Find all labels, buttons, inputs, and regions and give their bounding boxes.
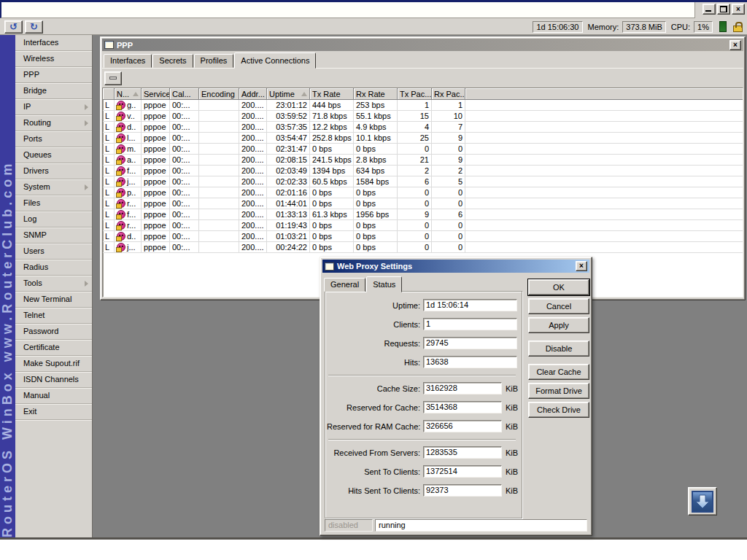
field-value[interactable]: 1283535 [423, 446, 502, 459]
field-value[interactable]: 3162928 [423, 382, 502, 394]
r...[interactable]: L r... pppoe 00:... 200.... 01 [103, 198, 743, 209]
v..[interactable]: L v.. pppoe 00:... 200.... 03: [103, 111, 743, 122]
undo-button[interactable]: ↺ [4, 20, 23, 34]
sidebar-item-password[interactable]: Password [15, 324, 92, 340]
sidebar-item-telnet[interactable]: Telnet [15, 308, 92, 324]
web-proxy-settings-dialog: Web Proxy Settings × GeneralStatus Uptim… [320, 257, 592, 536]
pppoe-user-icon [117, 122, 125, 131]
close-button[interactable]: × [732, 4, 745, 15]
status-running-field: running [375, 519, 587, 532]
memory-display: 373.8 MiB [622, 21, 666, 33]
pppoe-user-icon [117, 232, 125, 241]
window-titlebar[interactable] [0, 2, 695, 18]
l...[interactable]: L l... pppoe 00:... 200.... 03 [103, 133, 743, 144]
cache-group: Cache Size: 3162928 KiB Reserved for Cac… [325, 382, 522, 432]
minimize-button[interactable] [703, 4, 716, 15]
dialog-button-column: OKCancelApplyDisableClear CacheFormat Dr… [528, 279, 589, 421]
sidebar-item-routing[interactable]: Routing [15, 115, 92, 131]
field-value[interactable]: 29745 [423, 337, 517, 349]
m.[interactable]: L m. pppoe 00:... 200.... 02:3 [103, 144, 743, 155]
d..[interactable]: L d.. pppoe 00:... 200.... 01: [103, 231, 743, 242]
sidebar-item-wireless[interactable]: Wireless [15, 51, 92, 67]
ppp-window-icon [104, 41, 114, 49]
col-name[interactable]: N... [115, 88, 142, 100]
tab-profiles[interactable]: Profiles [194, 54, 234, 68]
sidebar-item-radius[interactable]: Radius [15, 260, 92, 276]
j...[interactable]: L j... pppoe 00:... 200.... 02 [103, 176, 743, 187]
col-tx-packets[interactable]: Tx Pac... [398, 88, 432, 100]
dialog-titlebar[interactable]: Web Proxy Settings × [322, 260, 589, 273]
r...[interactable]: L r... pppoe 00:... 200.... 01 [103, 220, 743, 231]
col-filler[interactable] [465, 88, 743, 100]
clear-cache-button[interactable]: Clear Cache [528, 364, 589, 380]
f...[interactable]: L f... pppoe 00:... 200.... 02 [103, 166, 743, 176]
dialog-close-button[interactable]: × [576, 261, 587, 271]
tab-active-connections[interactable]: Active Connections [234, 52, 316, 69]
sidebar-item-users[interactable]: Users [15, 244, 92, 260]
a..[interactable]: L a.. pppoe 00:... 200.... 02: [103, 155, 743, 166]
disable-button[interactable]: Disable [528, 341, 589, 357]
col-rx-rate[interactable]: Rx Rate [354, 88, 398, 100]
sidebar-item-log[interactable]: Log [15, 211, 92, 228]
col-address[interactable]: Addr... [239, 88, 267, 100]
pppoe-user-icon [117, 144, 125, 153]
field-value[interactable]: 13638 [423, 356, 517, 368]
sidebar-item-isdn-channels[interactable]: ISDN Channels [15, 372, 92, 388]
col-uptime[interactable]: Uptime [267, 88, 310, 100]
tab-status[interactable]: Status [366, 276, 402, 292]
j...[interactable]: L j... pppoe 00:... 200.... 00 [103, 242, 743, 253]
sidebar-item-system[interactable]: System [15, 179, 92, 195]
field-value[interactable]: 1d 15:06:14 [423, 299, 517, 311]
sidebar-item-ports[interactable]: Ports [15, 131, 92, 147]
ppp-close-button[interactable]: × [729, 40, 741, 50]
col-tx-rate[interactable]: Tx Rate [310, 88, 354, 100]
apply-button[interactable]: Apply [528, 317, 589, 333]
sidebar-item-ip[interactable]: IP [15, 99, 92, 115]
ppp-titlebar[interactable]: PPP × [102, 39, 743, 51]
tab-secrets[interactable]: Secrets [152, 54, 193, 68]
close-icon: × [736, 6, 740, 13]
field-value[interactable]: 3514368 [423, 401, 502, 413]
cancel-button[interactable]: Cancel [528, 298, 589, 314]
sidebar-item-bridge[interactable]: Bridge [15, 83, 92, 99]
tab-interfaces[interactable]: Interfaces [104, 54, 152, 68]
download-button[interactable] [688, 487, 717, 516]
col-encoding[interactable]: Encoding [199, 88, 239, 100]
f...[interactable]: L f... pppoe 00:... 200.... 01 [103, 209, 743, 220]
sidebar-item-files[interactable]: Files [15, 195, 92, 211]
col-rx-packets[interactable]: Rx Pac... [432, 88, 465, 100]
redo-button[interactable]: ↻ [25, 20, 43, 34]
field-value[interactable]: 1372514 [423, 465, 502, 478]
sidebar-item-snmp[interactable]: SNMP [15, 228, 92, 244]
minimize-icon [705, 10, 711, 12]
sidebar-item-make-supout[interactable]: Make Supout.rif [15, 356, 92, 372]
format-drive-button[interactable]: Format Drive [528, 383, 589, 399]
pppoe-user-icon [117, 101, 125, 109]
g..[interactable]: L g.. pppoe 00:... 200.... 23: [103, 100, 743, 111]
sidebar-item-manual[interactable]: Manual [15, 388, 92, 404]
field-value[interactable]: 326656 [423, 420, 502, 432]
sidebar-item-queues[interactable]: Queues [15, 147, 92, 163]
col-caller[interactable]: Cal... [170, 88, 199, 100]
col-flag[interactable] [103, 88, 115, 100]
col-service[interactable]: Service [142, 88, 170, 100]
sidebar-item-new-terminal[interactable]: New Terminal [15, 292, 92, 308]
sidebar-item-interfaces[interactable]: Interfaces [15, 35, 92, 51]
p..[interactable]: L p.. pppoe 00:... 200.... 02: [103, 187, 743, 198]
check-drive-button[interactable]: Check Drive [528, 402, 589, 418]
sidebar-item-exit[interactable]: Exit [15, 404, 92, 420]
ok-button[interactable]: OK [528, 279, 589, 295]
sidebar-item-tools[interactable]: Tools [15, 276, 92, 292]
pppoe-user-icon [117, 243, 125, 252]
sidebar-item-drivers[interactable]: Drivers [15, 163, 92, 179]
field-value[interactable]: 1 [423, 318, 517, 330]
field-value[interactable]: 92373 [423, 484, 502, 497]
tab-general[interactable]: General [324, 278, 365, 292]
pppoe-user-icon [117, 166, 125, 175]
sidebar-item-certificate[interactable]: Certificate [15, 340, 92, 356]
restore-button[interactable] [717, 4, 730, 15]
d..[interactable]: L d.. pppoe 00:... 200.... 03: [103, 122, 743, 133]
pppoe-user-icon [117, 210, 125, 219]
sidebar-item-ppp[interactable]: PPP [15, 67, 92, 83]
remove-button[interactable] [104, 71, 122, 85]
